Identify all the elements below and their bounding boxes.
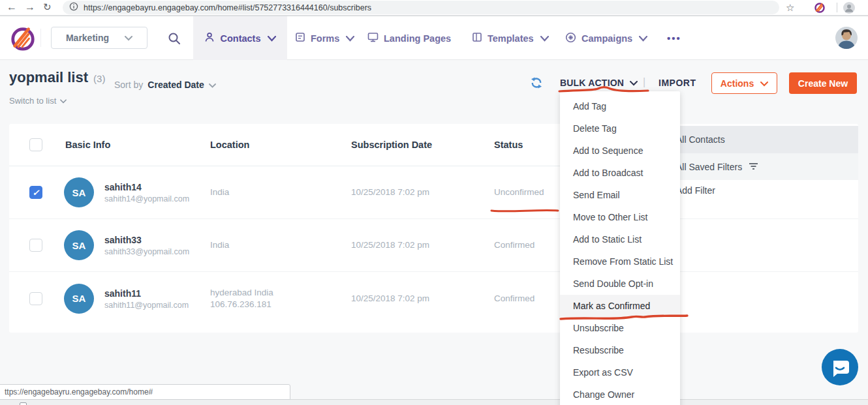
create-new-button[interactable]: Create New — [789, 72, 857, 94]
filter-item-all-saved-filters[interactable]: All Saved Filters — [666, 153, 858, 180]
filter-item-label: All Saved Filters — [676, 162, 742, 172]
nav-more-menu[interactable]: ••• — [667, 16, 681, 60]
table-row[interactable]: SA sahith11 sahith11@yopmail.com hyderab… — [9, 272, 858, 325]
column-header-basic-info: Basic Info — [65, 140, 110, 150]
chevron-down-icon — [346, 33, 354, 44]
forward-icon[interactable]: → — [25, 1, 35, 14]
check-icon: ✓ — [33, 188, 40, 198]
chevron-down-icon — [268, 33, 276, 44]
search-icon[interactable] — [168, 32, 181, 48]
subscription-date: 10/25/2018 7:02 pm — [351, 293, 429, 305]
form-icon — [295, 32, 305, 44]
row-checkbox[interactable] — [29, 292, 42, 305]
filter-item-label: All Contacts — [676, 134, 725, 145]
nav-item-label: Forms — [311, 33, 339, 44]
browser-toolbar: ← → ↻ https://engagebayru.engagebay.com/… — [0, 0, 868, 16]
filter-item-label: Add Filter — [676, 185, 715, 196]
menu-item-add-to-static-list[interactable]: Add to Static List — [560, 228, 680, 250]
filter-icon — [749, 162, 758, 172]
select-all-checkbox[interactable] — [29, 138, 42, 151]
status-value: Unconfirmed — [494, 187, 544, 198]
layout-columns-icon — [472, 32, 482, 44]
workspace-label: Marketing — [66, 33, 109, 43]
create-new-label: Create New — [798, 78, 848, 89]
table-row[interactable]: SA sahith33 sahith33@yopmail.com India 1… — [9, 219, 858, 272]
menu-item-remove-from-static-list[interactable]: Remove From Static List — [560, 250, 680, 273]
person-icon — [204, 32, 215, 44]
contact-name[interactable]: sahith33 — [104, 235, 189, 245]
chevron-down-icon — [639, 33, 647, 44]
contact-name[interactable]: sahith11 — [104, 288, 189, 298]
user-avatar[interactable] — [835, 27, 858, 52]
menu-item-add-to-broadcast[interactable]: Add to Broadcast — [560, 162, 680, 184]
row-checkbox[interactable] — [29, 239, 42, 252]
address-bar[interactable]: https://engagebayru.engagebay.com/home#l… — [63, 1, 779, 14]
bulk-action-menu: Add Tag Delete Tag Add to Sequence Add t… — [560, 91, 680, 405]
contact-email: sahith14@yopmail.com — [104, 194, 189, 203]
menu-item-change-owner[interactable]: Change Owner — [560, 383, 680, 405]
reload-icon[interactable]: ↻ — [43, 1, 52, 14]
actions-button[interactable]: Actions — [711, 72, 777, 94]
column-header-subscription-date: Subscription Date — [351, 140, 432, 150]
switch-to-list-label: Switch to list — [9, 96, 56, 106]
contact-basic-info: sahith33 sahith33@yopmail.com — [104, 235, 189, 256]
bulk-action-button[interactable]: BULK ACTION — [560, 78, 638, 88]
contact-basic-info: sahith11 sahith11@yopmail.com — [104, 288, 189, 309]
page-title: yopmail list — [9, 69, 88, 86]
menu-item-delete-tag[interactable]: Delete Tag — [560, 117, 680, 140]
sort-by-label: Sort by — [114, 80, 143, 90]
status-value: Confirmed — [494, 239, 535, 251]
subscription-date: 10/25/2018 7:02 pm — [351, 239, 429, 251]
avatar: SA — [64, 284, 94, 314]
page-info-icon[interactable] — [69, 2, 78, 14]
menu-item-resubscribe[interactable]: Resubscribe — [560, 339, 680, 361]
chevron-down-icon — [630, 78, 638, 88]
chevron-down-icon — [60, 96, 67, 106]
engagebay-extension-icon[interactable] — [814, 2, 826, 16]
menu-item-unsubscribe[interactable]: Unsubscribe — [560, 317, 680, 339]
row-checkbox[interactable]: ✓ — [29, 186, 42, 199]
menu-item-add-tag[interactable]: Add Tag — [560, 95, 680, 117]
menu-item-send-email[interactable]: Send Email — [560, 184, 680, 206]
contact-name[interactable]: sahith14 — [104, 182, 189, 192]
menu-item-export-as-csv[interactable]: Export as CSV — [560, 361, 680, 383]
nav-item-label: Templates — [488, 33, 534, 44]
switch-to-list-control[interactable]: Switch to list — [9, 96, 67, 106]
menu-item-add-to-sequence[interactable]: Add to Sequence — [560, 140, 680, 162]
chat-widget-button[interactable] — [822, 349, 858, 388]
avatar: SA — [64, 177, 94, 207]
engagebay-logo-icon[interactable] — [9, 25, 37, 55]
import-button[interactable]: IMPORT — [659, 78, 696, 88]
workspace-selector[interactable]: Marketing — [51, 27, 147, 49]
sort-by-value: Created Date — [147, 80, 204, 90]
bookmark-star-icon[interactable]: ☆ — [786, 1, 794, 14]
nav-item-landing-pages[interactable]: Landing Pages — [367, 16, 451, 60]
menu-item-send-double-opt-in[interactable]: Send Double Opt-in — [560, 273, 680, 295]
sort-by-control[interactable]: Sort by Created Date — [114, 80, 216, 90]
screen: ← → ↻ https://engagebayru.engagebay.com/… — [0, 0, 868, 405]
menu-item-mark-as-confirmed[interactable]: Mark as Confirmed — [560, 295, 680, 317]
bulk-action-label: BULK ACTION — [560, 78, 624, 88]
partial-checkbox[interactable] — [20, 402, 27, 405]
actions-label: Actions — [721, 78, 754, 89]
refresh-sync-icon[interactable] — [530, 76, 543, 92]
subscription-date: 10/25/2018 7:02 pm — [351, 187, 429, 198]
nav-item-templates[interactable]: Templates — [472, 16, 549, 60]
filter-item-all-contacts[interactable]: All Contacts — [666, 126, 858, 153]
menu-item-move-to-other-list[interactable]: Move to Other List — [560, 206, 680, 228]
filter-item-add-filter[interactable]: Add Filter — [666, 180, 858, 201]
contact-basic-info: sahith14 sahith14@yopmail.com — [104, 182, 189, 203]
navbar-divider — [40, 29, 41, 47]
record-count: (3) — [93, 73, 105, 84]
nav-item-forms[interactable]: Forms — [295, 16, 354, 60]
nav-item-label: Landing Pages — [384, 33, 451, 44]
browser-profile-icon[interactable] — [843, 2, 855, 16]
filter-panel: All Contacts All Saved Filters Add Filte… — [666, 126, 858, 201]
nav-item-campaigns[interactable]: Campaigns — [565, 16, 647, 60]
nav-item-label: Contacts — [220, 33, 260, 44]
nav-item-label: Campaigns — [581, 33, 632, 44]
monitor-icon — [367, 32, 379, 44]
nav-item-contacts[interactable]: Contacts — [193, 16, 287, 60]
back-icon[interactable]: ← — [7, 1, 17, 14]
page-title-block: yopmail list (3) — [9, 69, 105, 86]
